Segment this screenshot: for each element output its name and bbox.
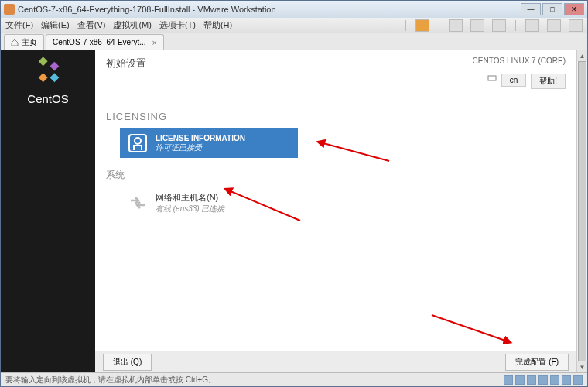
language-button[interactable]: cn [501, 74, 527, 87]
home-icon [11, 39, 19, 46]
svg-point-6 [135, 138, 141, 144]
scroll-thumb[interactable] [578, 61, 586, 361]
status-hint: 要将输入定向到该虚拟机，请在虚拟机内部单击或按 Ctrl+G。 [5, 375, 216, 385]
window-titlebar: CentOS-7-x86_64-Everything-1708-FullInst… [1, 1, 587, 18]
licensing-section-label: LICENSING [106, 111, 566, 122]
installer-sidebar: CentOS [1, 50, 95, 372]
vertical-scrollbar[interactable]: ▲ ▼ [576, 50, 587, 372]
close-button[interactable]: ✕ [564, 3, 584, 15]
quit-button[interactable]: 退出 (Q) [103, 354, 152, 371]
tab-vm-label: CentOS-7-x86_64-Everyt... [53, 38, 146, 46]
status-bar: 要将输入定向到该虚拟机，请在虚拟机内部单击或按 Ctrl+G。 [1, 372, 587, 386]
menu-vm[interactable]: 虚拟机(M) [113, 19, 152, 31]
network-card[interactable]: 网络和主机名(N) 有线 (ens33) 已连接 [120, 188, 298, 217]
menu-bar: 文件(F) 编辑(E) 查看(V) 虚拟机(M) 选项卡(T) 帮助(H) [1, 18, 587, 33]
system-section-label: 系统 [106, 169, 566, 182]
svg-rect-0 [39, 57, 48, 66]
device-tray [504, 375, 583, 385]
tab-close-icon[interactable]: × [152, 38, 157, 47]
toolbar-revert-icon[interactable] [470, 19, 484, 32]
tab-home[interactable]: 主页 [4, 34, 44, 50]
menu-file[interactable]: 文件(F) [5, 19, 33, 31]
tray-display-icon[interactable] [573, 375, 583, 385]
svg-rect-4 [488, 76, 496, 80]
menu-view[interactable]: 查看(V) [77, 19, 106, 31]
minimize-button[interactable]: — [521, 3, 541, 15]
annotation-arrow [320, 142, 397, 166]
installer-footer: 退出 (Q) 完成配置 (F) [95, 351, 576, 372]
maximize-button[interactable]: □ [542, 3, 562, 15]
vm-display: CentOS 初始设置 CENTOS LINUX 7 (CORE) cn 帮助!… [1, 50, 587, 372]
scroll-up-icon[interactable]: ▲ [577, 50, 587, 61]
keyboard-icon [487, 74, 497, 83]
tab-vm[interactable]: CentOS-7-x86_64-Everyt... × [46, 34, 164, 50]
installer-main: 初始设置 CENTOS LINUX 7 (CORE) cn 帮助! LICENS… [95, 50, 576, 372]
network-subtitle: 有线 (ens33) 已连接 [156, 204, 224, 214]
window-title: CentOS-7-x86_64-Everything-1708-FullInst… [18, 5, 521, 14]
menu-edit[interactable]: 编辑(E) [41, 19, 70, 31]
svg-rect-2 [39, 73, 48, 82]
finish-button[interactable]: 完成配置 (F) [505, 354, 569, 371]
tray-usb-icon[interactable] [538, 375, 548, 385]
vmware-icon [4, 4, 15, 15]
centos-logo-icon [32, 57, 64, 89]
toolbar-fullscreen-icon[interactable] [525, 19, 539, 32]
page-title: 初始设置 [106, 57, 146, 70]
tab-bar: 主页 CentOS-7-x86_64-Everyt... × [1, 33, 587, 50]
svg-rect-1 [50, 62, 59, 71]
network-title: 网络和主机名(N) [156, 192, 224, 204]
network-icon [128, 193, 148, 213]
help-button[interactable]: 帮助! [531, 74, 566, 89]
toolbar-thumbnail-icon[interactable] [569, 19, 583, 32]
centos-brand: CentOS [27, 92, 68, 105]
svg-rect-3 [50, 73, 59, 82]
toolbar-power-icon[interactable] [415, 19, 429, 32]
tray-disk-icon[interactable] [504, 375, 513, 385]
tab-home-label: 主页 [22, 37, 37, 48]
menu-help[interactable]: 帮助(H) [203, 19, 232, 31]
toolbar-snapshot-icon[interactable] [449, 19, 463, 32]
tray-sound-icon[interactable] [550, 375, 559, 385]
distro-label: CENTOS LINUX 7 (CORE) [473, 57, 566, 65]
tray-net-icon[interactable] [527, 375, 536, 385]
tray-printer-icon[interactable] [562, 375, 571, 385]
menu-tabs[interactable]: 选项卡(T) [159, 19, 196, 31]
license-icon [128, 133, 148, 153]
svg-line-7 [323, 143, 389, 161]
scroll-down-icon[interactable]: ▼ [577, 361, 587, 372]
svg-line-9 [432, 315, 505, 341]
toolbar-unity-icon[interactable] [547, 19, 561, 32]
toolbar-manage-icon[interactable] [492, 19, 506, 32]
license-subtitle: 许可证已接受 [156, 142, 245, 153]
annotation-arrow [428, 313, 513, 346]
license-card[interactable]: LICENSE INFORMATION 许可证已接受 [120, 128, 298, 158]
tray-cd-icon[interactable] [515, 375, 525, 385]
license-title: LICENSE INFORMATION [156, 134, 245, 142]
